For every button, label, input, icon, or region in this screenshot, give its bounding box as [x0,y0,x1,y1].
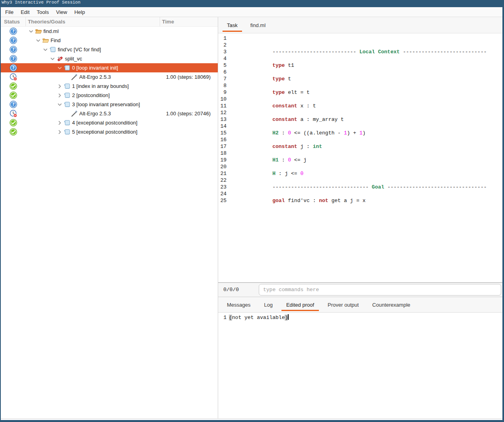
window-title: Why3 Interactive Proof Session [2,0,80,5]
tree-row[interactable]: ? [1,63,218,72]
line-number: 14 [220,123,227,130]
output-tab[interactable]: Log [258,297,278,312]
column-header-time[interactable]: Time [160,17,218,26]
output-tab[interactable]: Edited proof [281,297,320,312]
transform-knife-icon [57,55,63,62]
expander-chevron-icon[interactable] [28,28,34,35]
code-text: ------------------------------- Goal ---… [229,170,487,177]
expander-chevron-icon[interactable] [35,37,41,44]
code-line: 9 constant x : t [220,89,502,96]
output-tab[interactable]: Prover output [322,297,364,312]
code-segment: get a j = x [328,198,366,204]
tree-row[interactable]: ? [1,27,218,36]
tab-label: Task [227,22,238,28]
tab-label: Prover output [328,302,359,308]
edited-proof-view[interactable]: 1 (not yet available) [218,313,502,418]
svg-text:?: ? [12,47,14,52]
output-tab-bar: Messages Log Edited proof Prover output … [218,297,502,313]
expander-chevron-icon[interactable] [49,56,56,62]
tree-cell: 1 [index in array bounds] [25,83,160,89]
code-line: 22 [220,177,502,184]
tree-row-label: 0 [loop invariant init] [72,65,118,71]
column-header-theories[interactable]: Theories/Goals [25,17,160,26]
line-number: 22 [220,177,227,184]
output-tab[interactable]: Messages [221,297,256,312]
expander-chevron-icon[interactable] [57,92,63,99]
expander-chevron-icon[interactable] [42,47,49,53]
tree-cell: Find [25,37,160,44]
output-tab[interactable]: Counterexample [367,297,416,312]
main-area: Status Theories/Goals Time ? [1,17,502,418]
tree-row[interactable]: ? [1,72,218,82]
svg-text:?: ? [12,29,14,33]
tree-row-label: 5 [exceptional postcondition] [72,129,137,135]
code-segment: find'vc : [285,198,319,204]
line-number: 21 [220,170,227,177]
tree-row[interactable]: ? [1,82,218,91]
tree-row[interactable]: ? [1,54,218,63]
theory-scroll-icon [64,101,70,108]
proof-tree: ? [1,27,218,418]
tree-row[interactable]: ? [1,127,218,136]
tree-row-label: 2 [postcondition] [72,92,110,98]
task-tab[interactable]: Task [222,17,242,33]
tree-row-label: find'vc [VC for find] [58,47,101,53]
tab-label: Edited proof [286,302,314,308]
code-text [229,55,279,62]
code-segment: not [319,198,328,204]
command-input[interactable] [259,284,501,296]
tree-row[interactable]: ? [1,118,218,127]
tree-cell: split_vc [25,55,160,62]
tree-row[interactable]: ? [1,36,218,45]
task-source-view[interactable]: 1 --------------------------- Local Cont… [218,33,502,282]
tree-row[interactable]: ? [1,45,218,54]
menu-item[interactable]: Tools [33,7,52,17]
code-text [229,96,279,103]
code-line: 19 H : j <= 0 [220,157,502,163]
code-line: 20 [220,163,502,170]
proof-tree-panel: Status Theories/Goals Time ? [1,17,218,418]
menu-item[interactable]: Help [71,7,89,17]
status-cell: ? [1,91,25,99]
code-line: 6 [220,69,502,76]
code-text [229,109,279,116]
tab-label: Log [264,302,273,308]
status-cell: ? [1,37,25,44]
line-number: 3 [220,49,227,55]
expander-chevron-icon[interactable] [57,65,63,71]
tree-cell: find'vc [VC for find] [25,46,160,53]
code-text [229,82,279,89]
expander-chevron-icon[interactable] [57,120,63,126]
task-tab[interactable]: find.ml [246,17,270,33]
window-titlebar[interactable]: Why3 Interactive Proof Session [0,0,504,7]
expander-chevron-icon[interactable] [57,101,63,108]
expander-chevron-icon[interactable] [57,83,63,89]
code-segment: Goal [372,184,384,190]
code-segment: --------------------------- [400,49,486,55]
svg-text:?: ? [12,65,14,70]
code-segment: ) + [347,130,359,136]
tree-row[interactable]: ? [1,91,218,100]
status-cell: ? [1,27,25,35]
code-segment: 1 [359,130,363,136]
tree-row-label: split_vc [65,56,82,62]
code-line: 1 --------------------------- Local Cont… [220,35,502,42]
valid-status-icon [10,82,17,90]
code-text [229,123,279,130]
line-number: 10 [220,96,227,103]
line-number: 1 [220,35,227,42]
svg-text:?: ? [12,38,14,43]
menu-item[interactable]: Edit [17,7,33,17]
code-line: 16 [220,136,502,143]
tree-row[interactable]: ? [1,100,218,109]
code-text [229,136,279,143]
menu-item[interactable]: File [2,7,17,17]
tree-row-label: 1 [index in array bounds] [72,83,129,89]
tab-label: find.ml [250,22,266,28]
column-header-status[interactable]: Status [1,17,25,26]
line-number: 2 [220,42,227,49]
tree-row[interactable]: ? [1,109,218,118]
question-status-icon: ? [10,55,17,62]
menu-item[interactable]: View [53,7,71,17]
expander-chevron-icon[interactable] [57,129,63,135]
